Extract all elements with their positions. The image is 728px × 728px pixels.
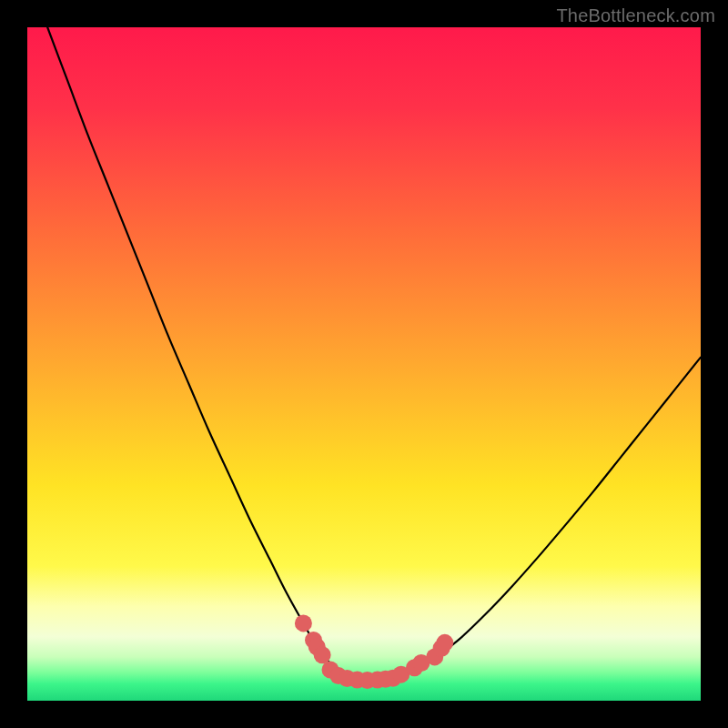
marker-dot — [436, 634, 453, 652]
marker-dot — [295, 614, 312, 632]
chart-svg — [0, 0, 728, 728]
plot-background — [27, 27, 701, 701]
marker-dot — [314, 646, 331, 663]
watermark-text: TheBottleneck.com — [556, 5, 715, 26]
chart-frame: TheBottleneck.com — [0, 0, 728, 728]
